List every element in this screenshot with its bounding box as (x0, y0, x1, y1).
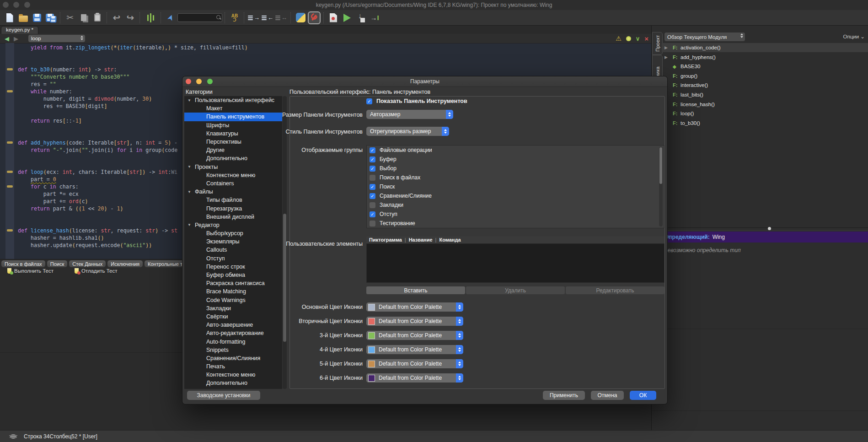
step-into-icon[interactable]: →I (368, 11, 381, 24)
run-to-cursor-icon[interactable]: ↓ (354, 11, 368, 24)
category-item-перенос-строк[interactable]: Перенос строк (184, 263, 282, 271)
insert-button[interactable]: Вставить (366, 286, 465, 294)
tree-expander-icon[interactable]: ▼ (184, 165, 195, 169)
bug-icon[interactable] (10, 434, 16, 439)
run-icon[interactable] (340, 11, 354, 24)
sidebar-splitter[interactable] (662, 227, 868, 231)
expand-icon[interactable]: ▶ (664, 55, 671, 59)
category-item-файлы[interactable]: ▼Файлы (184, 188, 282, 196)
group-checkbox[interactable] (370, 202, 375, 208)
test-action[interactable]: Выполнить Тест (7, 268, 54, 274)
symbol-row-activation_code[interactable]: ▶F:activation_code() (662, 43, 868, 52)
chevron-down-icon[interactable]: ∨ (636, 35, 640, 42)
category-item-проекты[interactable]: ▼Проекты (184, 163, 282, 171)
reindent-icon[interactable]: ↔ (274, 11, 288, 24)
symbol-row-to_b30[interactable]: F:to_b30() (662, 119, 868, 128)
expand-icon[interactable]: ▶ (664, 45, 671, 50)
group-checkbox[interactable]: ✓ (370, 211, 375, 217)
toolbar-size-dropdown[interactable]: Авторазмер (366, 110, 453, 119)
tree-expander-icon[interactable]: ▼ (184, 190, 195, 194)
group-checkbox[interactable]: ✓ (370, 156, 375, 162)
table-header-3[interactable]: Команда (439, 237, 461, 243)
dialog-titlebar[interactable]: Параметры (182, 76, 667, 87)
redo-icon[interactable]: ↪ (123, 11, 137, 24)
open-folder-icon[interactable] (16, 11, 30, 24)
toolbar-style-dropdown[interactable]: Отрегулировать размер (366, 127, 449, 136)
group-checkbox[interactable]: ✓ (370, 193, 375, 199)
fold-marker-icon[interactable] (7, 90, 13, 92)
category-item-типы-файлов[interactable]: Типы файлов (184, 196, 282, 204)
icon-color-dropdown-2[interactable]: Default from Color Palette (366, 317, 463, 326)
show-toolbar-checkbox[interactable]: ✓ (366, 98, 372, 104)
group-checkbox[interactable]: ✓ (370, 184, 375, 190)
category-item-auto-formatting[interactable]: Auto-formatting (184, 337, 282, 345)
python-shell-icon[interactable] (294, 11, 307, 24)
symbol-row-license_hash[interactable]: F:license_hash() (662, 100, 868, 109)
category-item-выбор-курсор[interactable]: Выбор/курсор (184, 229, 282, 237)
warning-icon[interactable]: ⚠ (616, 35, 622, 42)
bottom-tab-1[interactable]: Поиск в файлах (1, 260, 46, 268)
category-item-containers[interactable]: Containers (184, 179, 282, 188)
symbol-row-group[interactable]: F:group() (662, 71, 868, 81)
search-in-files-icon[interactable] (143, 11, 158, 24)
icon-color-dropdown-3[interactable]: Default from Color Palette (366, 331, 463, 340)
sidebar-vertical-tab-project[interactable]: Проект (652, 32, 663, 55)
module-view-dropdown[interactable]: Обзор Текущего Модуля (664, 32, 745, 41)
new-file-icon[interactable] (3, 11, 16, 24)
category-item-раскраска-синтаксиса[interactable]: Раскраска синтаксиса (184, 279, 282, 287)
icon-color-dropdown-1[interactable]: Default from Color Palette (366, 302, 463, 312)
unindent-icon[interactable]: ← (261, 11, 274, 24)
cut-icon[interactable]: ✂ (63, 11, 77, 24)
symbol-row-BASE30[interactable]: ◆BASE30 (662, 62, 868, 71)
icon-color-dropdown-4[interactable]: Default from Color Palette (366, 345, 463, 354)
undo-icon[interactable]: ↩ (110, 11, 123, 24)
toolbar-search-input[interactable] (177, 11, 222, 24)
save-icon[interactable] (30, 11, 44, 24)
category-item-буфер-обмена[interactable]: Буфер обмена (184, 271, 282, 279)
table-header-2[interactable]: Название (409, 237, 433, 243)
category-item-callouts[interactable]: Callouts (184, 246, 282, 254)
fold-marker-icon[interactable] (7, 171, 13, 173)
factory-defaults-button[interactable]: Заводские установки (187, 391, 260, 400)
options-menu[interactable]: Опции ⌄ (843, 33, 865, 40)
definition-value[interactable]: Wing (713, 234, 725, 240)
close-icon[interactable]: × (644, 35, 648, 43)
category-item-перезагрузка[interactable]: Перезагрузка (184, 204, 282, 212)
category-item-редактор[interactable]: ▼Редактор (184, 221, 282, 229)
history-back-icon[interactable]: ◀ (5, 35, 9, 42)
history-forward-icon[interactable]: ▶ (14, 35, 18, 42)
tree-expander-icon[interactable]: ▼ (184, 98, 195, 102)
ok-button[interactable]: ОК (630, 391, 656, 400)
select-cursor-icon[interactable]: ➤ (164, 11, 177, 24)
save-all-icon[interactable] (44, 11, 58, 24)
copy-icon[interactable] (77, 11, 91, 24)
cancel-button[interactable]: Отмена (591, 391, 624, 400)
indent-icon[interactable]: → (247, 11, 261, 24)
symbol-row-interactive[interactable]: F:interactive() (662, 81, 868, 90)
group-checkbox[interactable]: ✓ (370, 147, 375, 153)
category-item-внешний-дисплей[interactable]: Внешний дисплей (184, 213, 282, 221)
group-checkbox[interactable] (370, 175, 375, 181)
custom-items-table[interactable] (366, 243, 664, 283)
fold-marker-icon[interactable] (7, 68, 13, 70)
debug-file-icon[interactable] (327, 11, 340, 24)
fold-marker-icon[interactable] (7, 141, 13, 144)
category-item-перспективы[interactable]: Перспективы (184, 138, 282, 146)
category-item-дополнительно[interactable]: Дополнительно (184, 154, 282, 162)
groups-scrollbar-thumb[interactable] (659, 147, 662, 184)
replace-icon[interactable]: ABↃ (228, 11, 241, 24)
symbol-row-loop[interactable]: F:loop() (662, 109, 868, 118)
symbol-dropdown[interactable]: loop (28, 35, 85, 42)
icon-color-dropdown-5[interactable]: Default from Color Palette (366, 359, 463, 368)
fold-gutter[interactable] (5, 43, 14, 259)
test-action[interactable]: Отладить Тест (75, 268, 117, 274)
fold-marker-icon[interactable] (7, 229, 13, 232)
paste-icon[interactable] (91, 11, 104, 24)
category-item-контекстное-меню[interactable]: Контекстное меню (184, 171, 282, 179)
symbol-row-add_hyphens[interactable]: ▶F:add_hyphens() (662, 53, 868, 62)
category-item-пользовательский-интерфейс[interactable]: ▼Пользовательский интерфейс (184, 96, 282, 104)
icon-color-dropdown-6[interactable]: Default from Color Palette (366, 373, 463, 383)
apply-button[interactable]: Применить (543, 391, 585, 400)
bottom-tab-2[interactable]: Поиск (47, 260, 68, 268)
group-checkbox[interactable]: ✓ (370, 166, 375, 172)
